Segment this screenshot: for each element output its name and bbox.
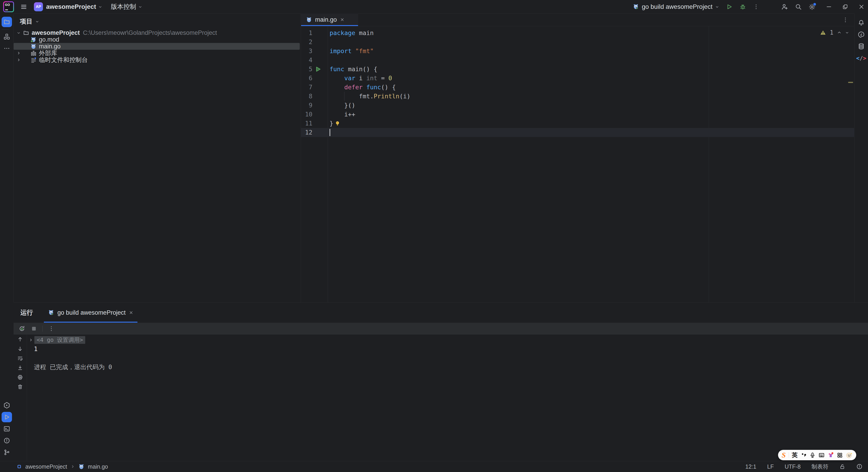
code-line-1[interactable]: 1package main <box>301 29 855 37</box>
line-number[interactable]: 2 <box>301 37 312 46</box>
console-output[interactable]: <4 go 设置调用>1进程 已完成，退出代码为 0 <box>27 335 868 461</box>
close-tab-icon[interactable] <box>129 310 133 315</box>
clear-all-button[interactable] <box>17 384 23 390</box>
tool-window-button-version-control[interactable] <box>2 447 12 458</box>
more-actions-button[interactable] <box>753 4 759 10</box>
code-line-10[interactable]: 10 i++ <box>301 110 855 119</box>
line-number[interactable]: 1 <box>301 29 312 37</box>
tree-node--[interactable]: 外部库 <box>13 50 300 57</box>
run-tab[interactable]: go build awesomeProject <box>44 303 137 322</box>
line-number[interactable]: 3 <box>301 46 312 56</box>
line-number[interactable]: 9 <box>301 101 312 110</box>
soft-wrap-button[interactable] <box>17 355 23 361</box>
code-line-3[interactable]: 3import "fmt" <box>301 46 855 56</box>
tool-window-button-notifications[interactable] <box>856 18 866 28</box>
tool-window-button-ai-assistant[interactable] <box>856 29 866 40</box>
project-name-button[interactable]: awesomeProject <box>46 3 96 10</box>
tool-window-button-run[interactable] <box>2 412 12 422</box>
tab-main-go[interactable]: main.go <box>301 13 358 26</box>
tool-window-button-services[interactable] <box>2 400 12 410</box>
line-number[interactable]: 8 <box>301 92 312 101</box>
prev-occurrence-button[interactable] <box>17 336 23 342</box>
code-line-5[interactable]: 5func main() { <box>301 65 855 74</box>
punctuation-mode-icon[interactable] <box>801 452 807 458</box>
code-line-2[interactable]: 2 <box>301 37 855 46</box>
chevron-down-icon[interactable] <box>138 5 142 9</box>
folded-command[interactable]: <4 go 设置调用> <box>34 336 85 344</box>
tool-window-button-project[interactable] <box>2 17 12 27</box>
tool-window-button-more-tool-windows[interactable] <box>2 43 12 54</box>
tool-window-button-structure[interactable] <box>2 31 12 42</box>
logo-text: GO <box>5 3 10 6</box>
run-button[interactable] <box>726 3 733 10</box>
line-number[interactable]: 5 <box>301 65 312 74</box>
project-avatar[interactable]: AP <box>34 2 43 11</box>
microphone-icon[interactable] <box>809 452 815 458</box>
chevron-right-icon[interactable] <box>17 58 21 62</box>
line-separator-widget[interactable]: LF <box>767 464 774 470</box>
unlock-icon[interactable] <box>839 464 845 470</box>
tool-window-button-problems[interactable] <box>2 435 12 446</box>
ime-skin-icon[interactable] <box>828 452 834 458</box>
sogou-logo[interactable]: S <box>782 451 786 459</box>
chevron-down-icon <box>35 20 39 24</box>
intention-bulb-icon[interactable] <box>335 121 340 126</box>
tool-window-button-database[interactable] <box>856 41 866 52</box>
chevron-right-icon[interactable] <box>17 51 21 55</box>
tree-node-go.mod[interactable]: go.mod <box>13 36 300 43</box>
caret-position-widget[interactable]: 12:1 <box>745 464 756 470</box>
line-number[interactable]: 7 <box>301 83 312 92</box>
line-number[interactable]: 11 <box>301 119 312 128</box>
tool-window-button-terminal[interactable] <box>2 423 12 434</box>
debug-button[interactable] <box>739 3 746 10</box>
main-menu-button[interactable] <box>20 3 27 10</box>
line-number[interactable]: 10 <box>301 110 312 119</box>
tool-window-button-markup[interactable]: </> <box>856 53 866 63</box>
chevron-down-icon[interactable] <box>98 5 102 9</box>
indent-widget[interactable]: 制表符 <box>811 463 829 470</box>
code-line-12[interactable]: 12 <box>301 128 855 137</box>
code-line-6[interactable]: 6 var i int = 0 <box>301 74 855 83</box>
scroll-to-end-button[interactable] <box>17 365 23 371</box>
code-editor[interactable]: 1 1package main23import "fmt"45func main… <box>301 26 855 303</box>
ime-assistant-icon[interactable] <box>846 452 852 459</box>
tree-node--[interactable]: 临时文件和控制台 <box>13 57 300 63</box>
console-line: 1 <box>27 345 868 353</box>
close-tab-icon[interactable] <box>340 18 344 22</box>
code-line-7[interactable]: 7 defer func() { <box>301 83 855 92</box>
rerun-button[interactable] <box>19 325 25 332</box>
tree-node-awesomeProject[interactable]: awesomeProjectC:\Users\meowr\GolandProje… <box>13 29 300 36</box>
close-button[interactable] <box>859 4 864 10</box>
vcs-menu-button[interactable]: 版本控制 <box>111 2 136 11</box>
line-number[interactable]: 12 <box>301 128 312 137</box>
encoding-widget[interactable]: UTF-8 <box>784 464 801 470</box>
code-line-8[interactable]: 8 fmt.Println(i) <box>301 92 855 101</box>
ime-toolbox-icon[interactable] <box>837 452 843 458</box>
notifications-status-icon[interactable] <box>856 464 863 470</box>
settings-button[interactable] <box>809 3 815 10</box>
virtual-keyboard-icon[interactable] <box>818 452 825 458</box>
code-with-me-button[interactable] <box>781 3 788 10</box>
chevron-down-icon[interactable] <box>17 31 21 35</box>
search-everywhere-button[interactable] <box>795 3 802 10</box>
breadcrumb-file[interactable]: main.go <box>88 464 108 470</box>
project-panel-header[interactable]: 项目 <box>13 13 301 26</box>
next-occurrence-button[interactable] <box>17 346 23 352</box>
ime-language-mode-button[interactable]: 英 <box>792 451 798 459</box>
print-button[interactable] <box>17 374 23 380</box>
tree-node-main.go[interactable]: main.go <box>13 43 300 50</box>
line-number[interactable]: 4 <box>301 56 312 65</box>
stop-button[interactable] <box>31 325 37 332</box>
breadcrumb-project[interactable]: awesomeProject <box>25 464 67 470</box>
code-line-9[interactable]: 9 }() <box>301 101 855 110</box>
minimize-button[interactable] <box>826 4 832 10</box>
run-gutter-icon[interactable] <box>315 66 321 72</box>
line-number[interactable]: 6 <box>301 74 312 83</box>
more-options-button[interactable] <box>48 325 55 332</box>
tab-options-button[interactable] <box>842 17 848 23</box>
run-configuration-selector[interactable]: go build awesomeProject <box>633 3 719 10</box>
expand-fold-icon[interactable] <box>29 338 33 342</box>
restore-button[interactable] <box>842 4 848 10</box>
code-line-11[interactable]: 11} <box>301 119 855 128</box>
code-line-4[interactable]: 4 <box>301 56 855 65</box>
